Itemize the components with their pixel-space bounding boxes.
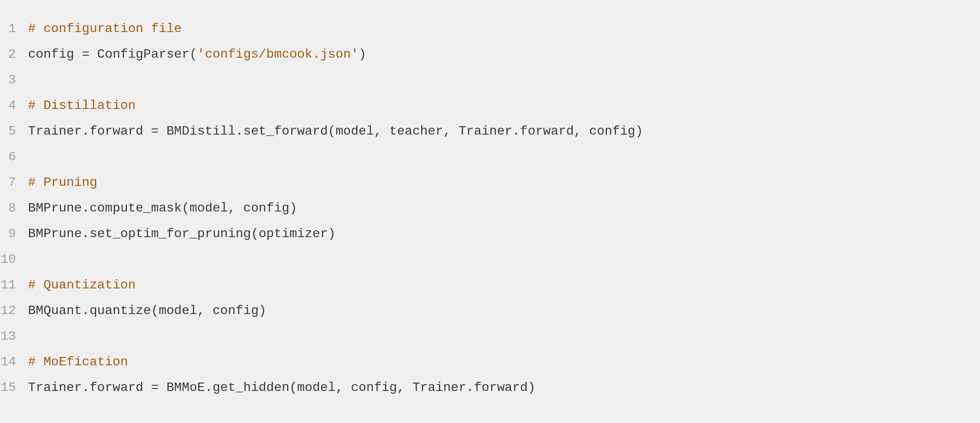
line-content: # Quantization (28, 272, 136, 298)
line-number: 9 (0, 221, 28, 247)
line-content: # Distillation (28, 93, 136, 119)
code-container: 1# configuration file2config = ConfigPar… (0, 0, 980, 423)
line-number: 15 (0, 375, 28, 401)
line-content: # Pruning (28, 170, 97, 195)
line-number: 1 (0, 16, 28, 42)
code-line: 3 (0, 67, 980, 93)
line-number: 14 (0, 349, 28, 375)
code-line: 12BMQuant.quantize(model, config) (0, 298, 980, 324)
line-number: 5 (0, 119, 28, 144)
normal-segment: BMPrune.set_optim_for_pruning(optimizer) (28, 226, 335, 241)
line-number: 13 (0, 324, 28, 349)
line-content: config = ConfigParser('configs/bmcook.js… (28, 42, 366, 67)
code-line: 13 (0, 324, 980, 349)
normal-segment: BMQuant.quantize(model, config) (28, 303, 266, 318)
code-line: 8BMPrune.compute_mask(model, config) (0, 195, 980, 221)
line-content: # configuration file (28, 16, 182, 42)
comment-segment: # Pruning (28, 175, 97, 190)
line-content: Trainer.forward = BMDistill.set_forward(… (28, 119, 643, 144)
line-number: 12 (0, 298, 28, 324)
code-line: 4# Distillation (0, 93, 980, 119)
normal-segment: BMPrune.compute_mask(model, config) (28, 201, 297, 216)
line-content (28, 247, 36, 272)
line-number: 6 (0, 144, 28, 170)
normal-segment: ) (359, 47, 366, 62)
line-number: 10 (0, 247, 28, 272)
code-line: 6 (0, 144, 980, 170)
code-line: 9BMPrune.set_optim_for_pruning(optimizer… (0, 221, 980, 247)
line-content (28, 67, 36, 93)
line-number: 7 (0, 170, 28, 195)
normal-segment: Trainer.forward = BMDistill.set_forward(… (28, 124, 643, 139)
line-content: Trainer.forward = BMMoE.get_hidden(model… (28, 375, 535, 401)
comment-segment: # MoEfication (28, 355, 128, 369)
line-number: 2 (0, 42, 28, 67)
code-line: 5Trainer.forward = BMDistill.set_forward… (0, 119, 980, 144)
comment-segment: # configuration file (28, 21, 182, 36)
comment-segment: # Quantization (28, 278, 136, 292)
code-line: 11# Quantization (0, 272, 980, 298)
line-content: # MoEfication (28, 349, 128, 375)
code-line: 2config = ConfigParser('configs/bmcook.j… (0, 42, 980, 67)
string-segment: 'configs/bmcook.json' (197, 47, 358, 62)
code-block: 1# configuration file2config = ConfigPar… (0, 16, 980, 401)
line-content: BMQuant.quantize(model, config) (28, 298, 266, 324)
normal-segment: config = ConfigParser( (28, 47, 197, 62)
line-number: 3 (0, 67, 28, 93)
line-number: 11 (0, 272, 28, 298)
line-content: BMPrune.compute_mask(model, config) (28, 195, 297, 221)
normal-segment: Trainer.forward = BMMoE.get_hidden(model… (28, 380, 535, 395)
code-line: 14# MoEfication (0, 349, 980, 375)
line-content: BMPrune.set_optim_for_pruning(optimizer) (28, 221, 335, 247)
code-line: 1# configuration file (0, 16, 980, 42)
code-line: 7# Pruning (0, 170, 980, 195)
code-line: 15Trainer.forward = BMMoE.get_hidden(mod… (0, 375, 980, 401)
comment-segment: # Distillation (28, 98, 136, 113)
line-number: 4 (0, 93, 28, 119)
line-number: 8 (0, 195, 28, 221)
line-content (28, 144, 36, 170)
code-line: 10 (0, 247, 980, 272)
line-content (28, 324, 36, 349)
